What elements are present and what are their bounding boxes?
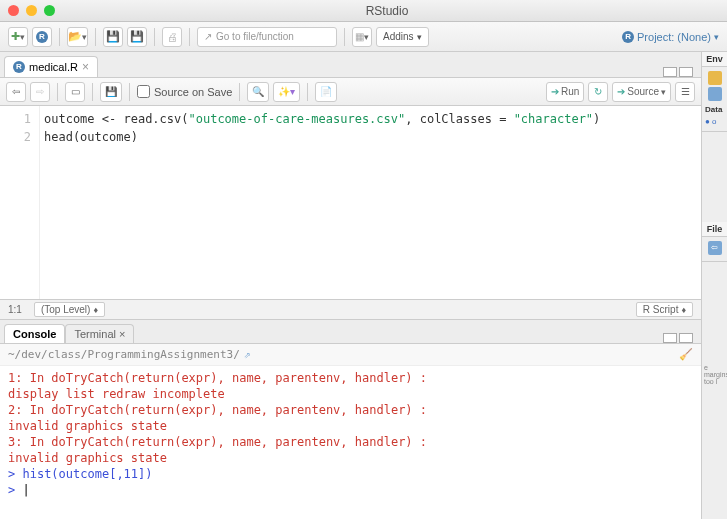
terminal-label: Terminal <box>74 328 116 340</box>
console-prompt: > <box>8 467 15 481</box>
console-output[interactable]: 1: In doTryCatch(return(expr), name, par… <box>0 366 701 519</box>
source-on-save-label: Source on Save <box>154 86 232 98</box>
source-button[interactable]: ➔Source▾ <box>612 82 671 102</box>
compile-report-button[interactable]: 📄 <box>315 82 337 102</box>
maximize-console-button[interactable] <box>679 333 693 343</box>
code-editor[interactable]: 12 outcome <- read.csv("outcome-of-care-… <box>0 106 701 299</box>
console-working-dir: ~/dev/class/ProgrammingAssignment3/ <box>8 348 240 361</box>
addins-dropdown[interactable]: Addins ▾ <box>376 27 429 47</box>
save-file-button[interactable]: 💾 <box>100 82 122 102</box>
show-in-new-window-button[interactable]: ▭ <box>65 82 85 102</box>
console-line: 1: In doTryCatch(return(expr), name, par… <box>8 370 693 386</box>
forward-button[interactable]: ⇨ <box>30 82 50 102</box>
console-line: 3: In doTryCatch(return(expr), name, par… <box>8 434 693 450</box>
chevron-down-icon: ▾ <box>417 32 422 42</box>
tab-terminal[interactable]: Terminal × <box>65 324 134 343</box>
filetype-label: R Script <box>643 304 679 315</box>
import-icon[interactable] <box>708 71 722 85</box>
goto-icon: ↗ <box>204 31 212 42</box>
console-line: display list redraw incomplete <box>8 386 693 402</box>
tab-console[interactable]: Console <box>4 324 65 343</box>
save-all-button[interactable]: 💾 <box>127 27 147 47</box>
data-label: Data <box>704 103 725 116</box>
files-pane-tab[interactable]: File <box>702 222 727 237</box>
source-on-save-checkbox[interactable]: Source on Save <box>137 85 232 98</box>
cursor-position: 1:1 <box>8 304 22 315</box>
rerun-button[interactable]: ↻ <box>588 82 608 102</box>
new-project-button[interactable]: R <box>32 27 52 47</box>
save-button[interactable]: 💾 <box>103 27 123 47</box>
find-button[interactable]: 🔍 <box>247 82 269 102</box>
source-label: Source <box>627 86 659 97</box>
tab-medical-r[interactable]: R medical.R × <box>4 56 98 77</box>
minimize-pane-button[interactable] <box>663 67 677 77</box>
minimize-console-button[interactable] <box>663 333 677 343</box>
project-menu[interactable]: R Project: (None) ▾ <box>622 31 719 43</box>
console-command: hist(outcome[,11]) <box>22 467 152 481</box>
maximize-pane-button[interactable] <box>679 67 693 77</box>
back-button[interactable]: ⇦ <box>6 82 26 102</box>
tab-label: medical.R <box>29 61 78 73</box>
environment-pane-tab[interactable]: Env <box>702 52 727 67</box>
console-prompt: > <box>8 483 15 497</box>
scope-selector[interactable]: (Top Level) ♦ <box>34 302 105 317</box>
chevron-down-icon: ▾ <box>714 32 719 42</box>
console-line: 2: In doTryCatch(return(expr), name, par… <box>8 402 693 418</box>
clear-console-icon[interactable]: 🧹 <box>679 348 693 361</box>
window-title: RStudio <box>55 4 719 18</box>
run-label: Run <box>561 86 579 97</box>
workspace-panes-button[interactable]: ▦▾ <box>352 27 372 47</box>
back-arrow-icon[interactable]: ⇦ <box>708 241 722 255</box>
r-file-icon: R <box>13 61 25 73</box>
global-env-icon[interactable] <box>708 87 722 101</box>
console-line: invalid graphics state <box>8 418 693 434</box>
filetype-selector[interactable]: R Script ♦ <box>636 302 693 317</box>
project-label: Project: (None) <box>637 31 711 43</box>
plot-error-text: e margins too l <box>702 362 727 387</box>
code-tools-button[interactable]: ✨▾ <box>273 82 300 102</box>
zoom-window-button[interactable] <box>44 5 55 16</box>
goto-placeholder: Go to file/function <box>216 31 294 42</box>
browse-dir-icon[interactable]: ⇗ <box>244 348 251 361</box>
r-icon: R <box>622 31 634 43</box>
outline-button[interactable]: ☰ <box>675 82 695 102</box>
line-gutter: 12 <box>0 106 40 299</box>
data-object-o[interactable]: ● o <box>704 116 725 127</box>
minimize-window-button[interactable] <box>26 5 37 16</box>
console-line: invalid graphics state <box>8 450 693 466</box>
run-button[interactable]: ➔Run <box>546 82 584 102</box>
console-cursor[interactable]: | <box>22 483 29 497</box>
scope-label: (Top Level) <box>41 304 90 315</box>
open-file-button[interactable]: 📂▾ <box>67 27 88 47</box>
close-terminal-icon[interactable]: × <box>119 328 125 340</box>
close-tab-icon[interactable]: × <box>82 60 89 74</box>
addins-label: Addins <box>383 31 414 42</box>
goto-file-input[interactable]: ↗ Go to file/function <box>197 27 337 47</box>
close-window-button[interactable] <box>8 5 19 16</box>
new-file-button[interactable]: ✚▾ <box>8 27 28 47</box>
print-button[interactable]: 🖨 <box>162 27 182 47</box>
code-area[interactable]: outcome <- read.csv("outcome-of-care-mea… <box>40 106 600 299</box>
